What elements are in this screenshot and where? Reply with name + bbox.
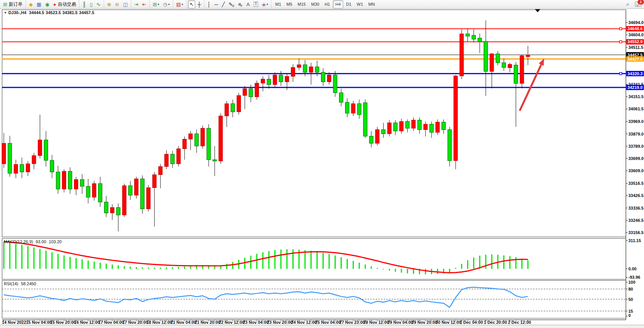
time-tick-label: 15 Nov 20:00: [50, 320, 75, 325]
cursor-button[interactable]: ↖: [188, 0, 195, 8]
channel-button[interactable]: ✎E: [227, 0, 236, 8]
candle-down: [472, 36, 475, 39]
rsi-tick-label: 0: [628, 313, 631, 318]
toolbar-group-chart-types: ║▯∿: [79, 0, 103, 8]
chart-canvas[interactable]: 34694.034604.034511.534241.534151.534061…: [0, 0, 644, 328]
candle-down: [466, 34, 470, 36]
candle-up: [411, 120, 415, 128]
high-value: 34523.5: [46, 10, 61, 15]
time-tick-label: 30 Nov 12:00: [436, 320, 461, 325]
candle-up: [454, 76, 458, 161]
search-icon[interactable]: ⌕: [626, 1, 630, 8]
price-tick-label: 33336.5: [628, 206, 644, 210]
text-button[interactable]: A: [245, 0, 251, 8]
market-watch-button[interactable]: ◆: [27, 0, 34, 8]
time-tick-label: 15 Nov 04:00: [26, 320, 51, 325]
timeframe-button-h4[interactable]: H4: [333, 0, 343, 8]
chevron-down-icon: ▾: [168, 1, 170, 8]
candle-down: [80, 179, 84, 186]
toolbar-group-indicators: ▤▾: [173, 0, 186, 8]
shapes-icon: ◈: [262, 1, 266, 8]
candle-up: [424, 124, 427, 129]
candlestick-chart-button[interactable]: ▯: [88, 0, 94, 8]
crosshair-icon: ┼: [198, 1, 201, 8]
signals-button[interactable]: ◉: [43, 0, 51, 8]
line-handle[interactable]: [620, 73, 622, 75]
toolbar-group-zoom: ⊕⊖◫: [104, 0, 131, 8]
time-tick-label: 21 Nov 20:00: [195, 320, 220, 325]
candle-up: [153, 175, 156, 188]
candle-down: [363, 103, 367, 136]
timeframe-button-mn[interactable]: MN: [366, 0, 377, 8]
timeframe-button-h1[interactable]: H1: [322, 0, 332, 8]
fibonacci-button[interactable]: ≡F: [237, 0, 244, 8]
toolbar-groups: ⊞新订单◆▦◉●自动交易║▯∿⊕⊖◫⇥⇤⊞▾◷▾▤▾↖┼│─╱✎E≡FAT◈▾M…: [0, 0, 379, 8]
rsi-tick-label: 100: [628, 280, 635, 284]
candle-down: [381, 129, 385, 134]
text-label-icon: T: [254, 2, 258, 7]
new-order-button[interactable]: ⊞新订单: [2, 0, 24, 8]
notifications-icon[interactable]: 1: [635, 2, 642, 7]
autotrading-button[interactable]: ●自动交易: [52, 0, 78, 8]
timeframe-button-m5[interactable]: M5: [284, 0, 294, 8]
candle-up: [183, 139, 186, 149]
text-label-button[interactable]: T: [252, 0, 260, 8]
time-tick-label: 16 Nov 12:00: [74, 320, 100, 325]
candle-up: [32, 155, 36, 163]
line-handle[interactable]: [620, 40, 622, 43]
new-chart-button[interactable]: ⊞▾: [151, 0, 161, 8]
period-button[interactable]: ◷▾: [162, 0, 171, 8]
candle-down: [213, 160, 217, 161]
chart-window-button[interactable]: ▦: [35, 0, 43, 8]
toolbar-group-orders: ⊞新订单: [0, 0, 26, 8]
timeframe-button-d1[interactable]: D1: [344, 0, 354, 8]
candle-up: [38, 140, 42, 155]
candle-down: [357, 104, 361, 115]
horizontal-line-icon: ─: [214, 1, 218, 8]
vertical-line-button[interactable]: │: [206, 0, 212, 8]
tile-windows-button[interactable]: ◫: [122, 0, 129, 8]
candlestick-icon: ▯: [90, 1, 93, 8]
candle-down: [448, 129, 451, 160]
candle-up: [285, 76, 289, 82]
candle-up: [387, 123, 391, 134]
trendline-button[interactable]: ╱: [220, 0, 226, 8]
bars-icon: ║: [82, 1, 86, 8]
candle-up: [400, 121, 403, 131]
bar-chart-button[interactable]: ║: [81, 0, 87, 8]
timeframe-button-w1[interactable]: W1: [355, 0, 366, 8]
clock-icon: ◷: [163, 1, 167, 8]
autotrading-icon: ●: [53, 1, 56, 8]
candle-down: [56, 172, 60, 189]
candle-down: [478, 38, 482, 42]
candle-down: [86, 186, 90, 197]
zoom-in-button[interactable]: ⊕: [106, 0, 113, 8]
candle-up: [62, 171, 66, 189]
chart-shift-button[interactable]: ⇤: [141, 0, 148, 8]
candle-up: [327, 75, 331, 82]
candle-down: [315, 67, 319, 72]
zoom-out-icon: ⊖: [115, 1, 119, 8]
line-chart-button[interactable]: ∿: [95, 0, 102, 8]
zoom-out-button[interactable]: ⊖: [114, 0, 121, 8]
new-order-icon: ⊞: [3, 1, 7, 8]
line-handle[interactable]: [620, 27, 622, 30]
timeframe-button-m15[interactable]: M15: [296, 0, 308, 8]
candle-up: [225, 104, 229, 116]
price-label-text: 34427.0: [628, 57, 643, 61]
timeframe-button-m30[interactable]: M30: [309, 0, 321, 8]
horizontal-line-button[interactable]: ─: [213, 0, 219, 8]
candle-up: [201, 128, 204, 146]
candle-up: [490, 54, 494, 71]
time-tick-label: 1 Dec 04:00: [460, 320, 483, 325]
collapse-triangle-icon[interactable]: ▼: [4, 11, 7, 15]
arrows-button[interactable]: ◈▾: [260, 0, 270, 8]
rsi-tick-label: 80: [628, 287, 633, 291]
crosshair-button[interactable]: ┼: [196, 0, 202, 8]
candle-up: [520, 56, 524, 84]
candle-down: [393, 123, 397, 131]
timeframe-button-m1[interactable]: M1: [273, 0, 283, 8]
indicators-button[interactable]: ▤▾: [175, 0, 185, 8]
indicator-chart-icon: ▤: [176, 1, 181, 8]
auto-scroll-button[interactable]: ⇥: [133, 0, 140, 8]
